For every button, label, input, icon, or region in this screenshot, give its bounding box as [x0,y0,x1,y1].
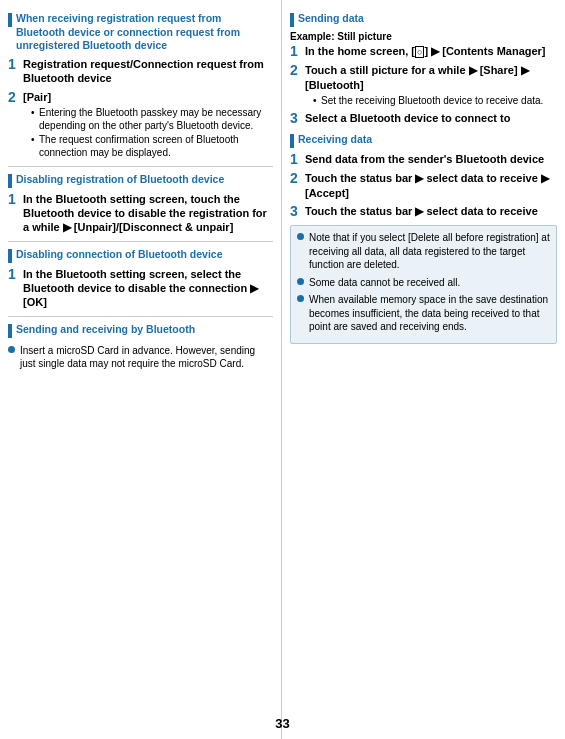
notes-box: Note that if you select [Delete all befo… [290,225,557,344]
step-right-r3: 3 Touch the status bar ▶ select data to … [290,204,557,219]
receiving-bar [290,134,294,148]
section2-header: Disabling registration of Bluetooth devi… [8,173,273,188]
page: When receiving registration request from… [0,0,565,739]
step-left-2-1: 1 In the Bluetooth setting screen, touch… [8,192,273,235]
sending-title: Sending data [298,12,364,26]
section1-title: When receiving registration request from… [16,12,273,53]
section1-header: When receiving registration request from… [8,12,273,53]
sending-bar [290,13,294,27]
step-right-s2-bullets: Set the receiving Bluetooth device to re… [305,94,557,108]
step-left-1-1: 1 Registration request/Connection reques… [8,57,273,86]
step-right-s2-title: Touch a still picture for a while ▶ [Sha… [305,63,557,92]
step-right-r1: 1 Send data from the sender's Bluetooth … [290,152,557,167]
step-right-s3: 3 Select a Bluetooth device to connect t… [290,111,557,126]
page-number: 33 [275,716,289,731]
section3-header: Disabling connection of Bluetooth device [8,248,273,263]
note-text-2: Some data cannot be received all. [309,276,460,290]
divider3 [8,316,273,317]
note-item-1: Note that if you select [Delete all befo… [297,231,550,272]
note-item-3: When available memory space in the save … [297,293,550,334]
receiving-title: Receiving data [298,133,372,147]
step-left-1-2: 2 [Pair] Entering the Bluetooth passkey … [8,90,273,160]
step-right-r1-title: Send data from the sender's Bluetooth de… [305,152,557,166]
sending-section: Sending data Example: Still picture 1 In… [290,12,557,127]
left-column: When receiving registration request from… [0,0,282,739]
step-right-s1: 1 In the home screen, [○] ▶ [Contents Ma… [290,44,557,59]
note-text-1: Note that if you select [Delete all befo… [309,231,550,272]
step-right-r2-title: Touch the status bar ▶ select data to re… [305,171,557,200]
note-text-3: When available memory space in the save … [309,293,550,334]
note-item-2: Some data cannot be received all. [297,276,550,290]
section2-title: Disabling registration of Bluetooth devi… [16,173,224,187]
step-left-1-2-title: [Pair] [23,90,273,104]
sending-header: Sending data [290,12,557,27]
right-column: Sending data Example: Still picture 1 In… [282,0,565,739]
section4-bar [8,324,12,338]
section4-title: Sending and receiving by Bluetooth [16,323,195,337]
section3-title: Disabling connection of Bluetooth device [16,248,223,262]
step-right-r2: 2 Touch the status bar ▶ select data to … [290,171,557,200]
bullet-item: Entering the Bluetooth passkey may be ne… [31,106,273,133]
section1-bar [8,13,12,27]
step-left-3-1: 1 In the Bluetooth setting screen, selec… [8,267,273,310]
step-right-s3-title: Select a Bluetooth device to connect to [305,111,557,125]
step-left-1-1-title: Registration request/Connection request … [23,57,273,86]
section4-header: Sending and receiving by Bluetooth [8,323,273,338]
bullet-item: The request confirmation screen of Bluet… [31,133,273,160]
bullet-item: Set the receiving Bluetooth device to re… [313,94,557,108]
step-left-1-2-bullets: Entering the Bluetooth passkey may be ne… [23,106,273,160]
section2-bar [8,174,12,188]
example-label: Example: Still picture [290,31,557,42]
divider2 [8,241,273,242]
divider1 [8,166,273,167]
step-right-s1-title: In the home screen, [○] ▶ [Contents Mana… [305,44,557,59]
section4-note: Insert a microSD Card in advance. Howeve… [8,342,273,375]
step-left-3-1-title: In the Bluetooth setting screen, select … [23,267,273,310]
section3-bar [8,249,12,263]
step-right-s2: 2 Touch a still picture for a while ▶ [S… [290,63,557,107]
step-left-2-1-title: In the Bluetooth setting screen, touch t… [23,192,273,235]
section4-note-text: Insert a microSD Card in advance. Howeve… [20,344,273,371]
step-right-r3-title: Touch the status bar ▶ select data to re… [305,204,557,218]
receiving-header: Receiving data [290,133,557,148]
